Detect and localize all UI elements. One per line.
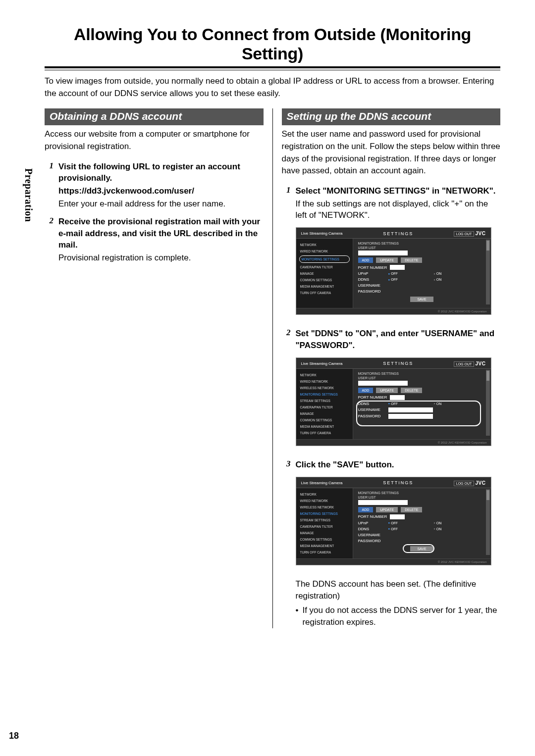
shot-port-input[interactable]: [390, 514, 405, 519]
shot-add-btn[interactable]: ADD: [358, 507, 374, 512]
shot-scrollbar[interactable]: [486, 489, 490, 555]
step-title: Set "DDNS" to "ON", and enter "USERNAME"…: [296, 328, 501, 352]
intro-paragraph: To view images from outside, you normall…: [45, 75, 500, 100]
shot-port-input[interactable]: [390, 395, 405, 400]
side-media[interactable]: MEDIA MANAGEMENT: [299, 423, 350, 430]
bullet-text: If you do not access the DDNS server for…: [302, 605, 500, 628]
shot-delete-btn[interactable]: DELETE: [401, 257, 422, 263]
side-wireless[interactable]: WIRELESS NETWORK: [299, 385, 350, 391]
side-network[interactable]: NETWORK: [299, 242, 350, 248]
shot-copyright: © 2012 JVC KENWOOD Corporation: [296, 308, 491, 314]
right-step-1: 1 Select "MONITORING SETTINGS" in "NETWO…: [282, 185, 501, 221]
shot-mon-settings: MONITORING SETTINGS: [358, 242, 486, 245]
shot-upnp-off[interactable]: OFF: [388, 272, 398, 275]
side-stream[interactable]: STREAM SETTINGS: [299, 517, 350, 523]
title-rule: [45, 66, 500, 70]
shot-user-input[interactable]: [358, 251, 408, 255]
shot-brand: JVC: [476, 231, 486, 236]
shot-add-btn[interactable]: ADD: [358, 257, 374, 263]
shot-portnumber: PORT NUMBER: [358, 514, 387, 519]
side-network[interactable]: NETWORK: [299, 491, 350, 498]
side-manage[interactable]: MANAGE: [299, 530, 350, 536]
side-turnoff[interactable]: TURN OFF CAMERA: [299, 430, 350, 436]
side-manage[interactable]: MANAGE: [299, 410, 350, 417]
step-title: Visit the following URL to register an a…: [58, 161, 264, 185]
side-camfilter[interactable]: CAMERA/PAN TILTER: [299, 264, 350, 270]
shot-port-input[interactable]: [390, 265, 405, 270]
screenshot-2: Live Streaming Camera SETTINGS LOG OUT J…: [296, 357, 491, 446]
right-step-3: 3 Click the "SAVE" button.: [282, 459, 501, 471]
shot-userlist: USER LIST: [358, 376, 486, 380]
left-step-1: 1 Visit the following URL to register an…: [45, 161, 264, 210]
side-turnoff[interactable]: TURN OFF CAMERA: [299, 549, 350, 555]
side-wired[interactable]: WIRED NETWORK: [299, 378, 350, 385]
side-wireless[interactable]: WIRELESS NETWORK: [299, 504, 350, 510]
side-monitoring-highlight[interactable]: MONITORING SETTINGS: [299, 255, 350, 263]
shot-brand: JVC: [476, 480, 486, 486]
side-wired[interactable]: WIRED NETWORK: [299, 248, 350, 254]
shot-user-input[interactable]: [358, 381, 408, 386]
column-divider: [272, 108, 273, 628]
shot-update-btn[interactable]: UPDATE: [376, 257, 398, 263]
side-common[interactable]: COMMON SETTINGS: [299, 417, 350, 423]
side-camfilter[interactable]: CAMERA/PAN TILTER: [299, 404, 350, 410]
shot-product: Live Streaming Camera: [301, 361, 343, 366]
shot-password: PASSWORD: [358, 539, 381, 543]
shot-ddns-on[interactable]: ON: [433, 527, 441, 531]
side-turnoff[interactable]: TURN OFF CAMERA: [299, 290, 350, 296]
step3-bullet: • If you do not access the DDNS server f…: [296, 605, 501, 628]
shot-userlist: USER LIST: [358, 496, 486, 499]
shot-upnp-on[interactable]: ON: [433, 521, 441, 525]
shot-scrollbar[interactable]: [486, 370, 490, 436]
side-monitoring[interactable]: MONITORING SETTINGS: [299, 510, 350, 517]
shot-logout[interactable]: LOG OUT: [454, 231, 475, 237]
shot-password: PASSWORD: [358, 289, 381, 294]
shot-portnumber: PORT NUMBER: [358, 395, 387, 400]
shot-product: Live Streaming Camera: [301, 231, 343, 236]
shot-ddns-off[interactable]: OFF: [388, 527, 398, 531]
shot-user-input[interactable]: [358, 500, 408, 505]
side-media[interactable]: MEDIA MANAGEMENT: [299, 543, 350, 549]
shot-add-btn[interactable]: ADD: [358, 388, 374, 393]
side-media[interactable]: MEDIA MANAGEMENT: [299, 283, 350, 290]
side-common[interactable]: COMMON SETTINGS: [299, 536, 350, 543]
shot-ddns: DDNS: [358, 527, 385, 531]
shot-scrollbar[interactable]: [486, 240, 490, 304]
left-step-2: 2 Receive the provisional registration m…: [45, 216, 264, 264]
shot-mon-settings: MONITORING SETTINGS: [358, 491, 486, 495]
shot-delete-btn[interactable]: DELETE: [401, 388, 422, 393]
step-number: 2: [45, 216, 54, 264]
shot-logout[interactable]: LOG OUT: [454, 361, 475, 367]
screenshot-3: Live Streaming Camera SETTINGS LOG OUT J…: [296, 477, 491, 565]
page-title: Allowing You to Connect from Outside (Mo…: [45, 25, 500, 63]
shot-update-btn[interactable]: UPDATE: [376, 388, 398, 393]
side-network[interactable]: NETWORK: [299, 372, 350, 378]
shot-settings-title: SETTINGS: [383, 231, 413, 236]
step-number: 1: [45, 161, 54, 210]
shot-update-btn[interactable]: UPDATE: [376, 507, 398, 512]
shot-save-btn[interactable]: SAVE: [410, 297, 433, 302]
shot-upnp-off[interactable]: OFF: [388, 521, 398, 525]
shot-username: USERNAME: [358, 283, 380, 288]
shot-delete-btn[interactable]: DELETE: [401, 507, 422, 512]
left-lead: Access our website from a computer or sm…: [45, 128, 264, 152]
step-sub: If the sub settings are not displayed, c…: [296, 198, 501, 222]
side-wired[interactable]: WIRED NETWORK: [299, 498, 350, 504]
step-number: 1: [282, 185, 291, 221]
shot-ddns-on[interactable]: ON: [433, 278, 441, 281]
step-title: Receive the provisional registration mai…: [58, 216, 264, 251]
side-stream[interactable]: STREAM SETTINGS: [299, 398, 350, 404]
side-tab-preparation: Preparation: [23, 168, 34, 222]
right-lead: Set the user name and password used for …: [282, 128, 501, 177]
side-camfilter[interactable]: CAMERA/PAN TILTER: [299, 523, 350, 530]
side-manage[interactable]: MANAGE: [299, 270, 350, 277]
step-number: 3: [282, 459, 291, 471]
shot-username: USERNAME: [358, 533, 380, 537]
side-monitoring[interactable]: MONITORING SETTINGS: [299, 391, 350, 398]
shot-ddns-off[interactable]: OFF: [388, 278, 398, 281]
shot-copyright: © 2012 JVC KENWOOD Corporation: [296, 558, 491, 565]
shot-upnp-on[interactable]: ON: [433, 272, 441, 275]
side-common[interactable]: COMMON SETTINGS: [299, 277, 350, 283]
shot-logout[interactable]: LOG OUT: [454, 481, 475, 486]
screenshot-1: Live Streaming Camera SETTINGS LOG OUT J…: [296, 227, 491, 315]
